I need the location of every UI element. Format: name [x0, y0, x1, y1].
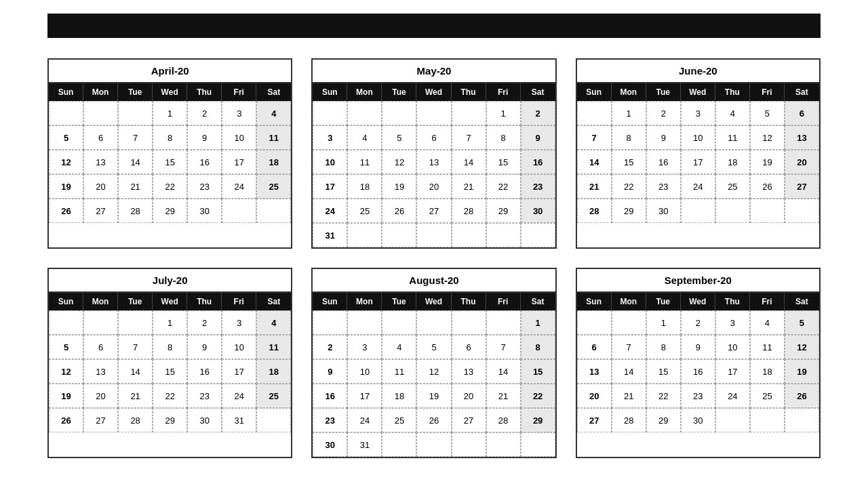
- day-header-wed: Wed: [416, 83, 451, 101]
- day-header-mon: Mon: [83, 293, 118, 310]
- calendar-body: 1234567891011121314151617181920212223242…: [313, 310, 555, 457]
- day-header-tue: Tue: [646, 293, 681, 310]
- empty-cell: [486, 432, 521, 457]
- day-cell: 30: [681, 408, 715, 432]
- day-cell: 4: [347, 125, 382, 150]
- day-cell: 19: [416, 384, 451, 408]
- day-cell: 22: [153, 174, 187, 199]
- day-cell: 29: [153, 199, 187, 223]
- day-cell: 7: [577, 125, 612, 150]
- day-cell: 24: [715, 384, 750, 408]
- day-cell: 27: [416, 199, 451, 223]
- day-cell: 9: [187, 335, 222, 359]
- day-cell: 1: [612, 101, 646, 125]
- day-cell: 2: [187, 101, 222, 125]
- day-cell: 24: [347, 408, 382, 432]
- day-cell: 21: [452, 174, 486, 199]
- day-cell: 8: [646, 335, 681, 359]
- empty-cell: [416, 432, 451, 457]
- day-cell: 20: [83, 174, 118, 199]
- day-header-tue: Tue: [382, 83, 416, 101]
- day-header-tue: Tue: [118, 293, 153, 310]
- day-cell: 12: [750, 125, 785, 150]
- day-cell: 20: [577, 384, 612, 408]
- page-title-bar: [47, 14, 821, 38]
- day-cell: 1: [486, 101, 521, 125]
- day-cell: 27: [452, 408, 486, 432]
- day-cell: 7: [486, 335, 521, 359]
- calendar-title: May-20: [313, 60, 555, 83]
- day-cell: 24: [681, 174, 715, 199]
- day-cell: 17: [715, 359, 750, 384]
- day-header-thu: Thu: [452, 83, 486, 101]
- day-cell: 9: [521, 125, 555, 150]
- empty-cell: [313, 101, 347, 125]
- day-cell: 12: [785, 335, 819, 359]
- empty-cell: [416, 310, 451, 335]
- day-cell: 17: [347, 384, 382, 408]
- empty-cell: [83, 101, 118, 125]
- calendar-title: April-20: [49, 60, 291, 83]
- day-cell: 8: [486, 125, 521, 150]
- calendar-body: 1234567891011121314151617181920212223242…: [313, 101, 555, 247]
- day-cell: 30: [187, 408, 222, 432]
- day-cell: 11: [750, 335, 785, 359]
- empty-cell: [486, 310, 521, 335]
- day-cell: 26: [785, 384, 819, 408]
- day-cell: 26: [382, 199, 416, 223]
- empty-cell: [222, 199, 256, 223]
- calendar-body: 1234567891011121314151617181920212223242…: [577, 310, 819, 432]
- day-cell: 14: [452, 150, 486, 174]
- day-cell: 17: [222, 150, 256, 174]
- day-cell: 24: [313, 199, 347, 223]
- day-cell: 11: [347, 150, 382, 174]
- day-cell: 29: [612, 199, 646, 223]
- day-cell: 30: [521, 199, 555, 223]
- day-cell: 11: [715, 125, 750, 150]
- day-header-wed: Wed: [153, 83, 187, 101]
- day-header-thu: Thu: [187, 293, 222, 310]
- day-header-sat: Sat: [785, 293, 819, 310]
- day-cell: 27: [83, 199, 118, 223]
- calendar-june-20: June-20SunMonTueWedThuFriSat123456789101…: [576, 58, 821, 249]
- calendar-body: 1234567891011121314151617181920212223242…: [49, 310, 291, 432]
- day-cell: 2: [681, 310, 715, 335]
- empty-cell: [256, 408, 291, 432]
- empty-cell: [347, 310, 382, 335]
- empty-cell: [577, 101, 612, 125]
- day-header-wed: Wed: [681, 293, 715, 310]
- day-cell: 22: [521, 384, 555, 408]
- empty-cell: [750, 199, 785, 223]
- day-cell: 10: [222, 125, 256, 150]
- day-cell: 31: [222, 408, 256, 432]
- day-cell: 5: [750, 101, 785, 125]
- day-header-sat: Sat: [521, 293, 555, 310]
- day-cell: 12: [49, 150, 83, 174]
- empty-cell: [612, 310, 646, 335]
- day-cell: 13: [83, 150, 118, 174]
- day-header-thu: Thu: [715, 293, 750, 310]
- empty-cell: [452, 432, 486, 457]
- day-cell: 20: [785, 150, 819, 174]
- empty-cell: [382, 223, 416, 247]
- day-cell: 1: [153, 310, 187, 335]
- day-cell: 31: [313, 223, 347, 247]
- day-cell: 22: [153, 384, 187, 408]
- day-header-thu: Thu: [452, 293, 486, 310]
- day-cell: 11: [256, 125, 291, 150]
- day-cell: 18: [256, 150, 291, 174]
- day-cell: 3: [681, 101, 715, 125]
- day-header-sun: Sun: [577, 293, 612, 310]
- day-header-sat: Sat: [256, 293, 291, 310]
- day-cell: 5: [49, 335, 83, 359]
- day-cell: 17: [313, 174, 347, 199]
- day-cell: 21: [118, 174, 153, 199]
- day-cell: 23: [681, 384, 715, 408]
- day-header-sun: Sun: [313, 293, 347, 310]
- calendar-september-20: September-20SunMonTueWedThuFriSat1234567…: [576, 268, 821, 458]
- day-cell: 15: [521, 359, 555, 384]
- day-cell: 18: [256, 359, 291, 384]
- day-cell: 9: [187, 125, 222, 150]
- calendar-title: June-20: [577, 60, 819, 83]
- calendar-header-row: SunMonTueWedThuFriSat: [577, 83, 819, 101]
